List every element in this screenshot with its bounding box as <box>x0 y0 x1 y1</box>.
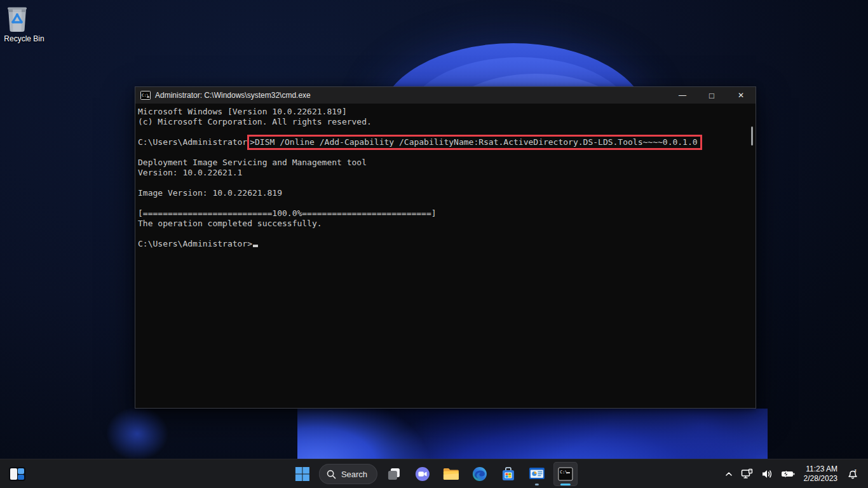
taskbar-cmd-button[interactable]: C:\ <box>553 462 578 486</box>
recycle-bin-icon <box>4 4 44 33</box>
taskbar-task-view-button[interactable] <box>382 462 406 486</box>
file-explorer-icon <box>443 467 459 481</box>
terminal-command-line: C:\Users\Administrator >DISM /Online /Ad… <box>138 137 747 147</box>
tray-clock[interactable]: 11:23 AM 2/28/2023 <box>800 464 841 484</box>
tray-volume-button[interactable] <box>759 462 776 486</box>
search-label: Search <box>341 470 367 479</box>
scrollbar-thumb[interactable] <box>751 126 753 146</box>
terminal-line: (c) Microsoft Corporation. All rights re… <box>138 117 747 127</box>
clock-time: 11:23 AM <box>804 464 837 474</box>
cmd-window: C:\ Administrator: C:\Windows\system32\c… <box>135 86 756 409</box>
cmd-titlebar[interactable]: C:\ Administrator: C:\Windows\system32\c… <box>135 87 756 104</box>
terminal-line: Image Version: 10.0.22621.819 <box>138 188 747 198</box>
taskbar-widgets-button[interactable] <box>5 462 29 486</box>
widgets-icon <box>9 467 25 481</box>
taskbar-search[interactable]: Search <box>319 464 377 484</box>
chevron-up-icon <box>724 470 733 478</box>
cmd-app-icon: C:\ <box>140 91 151 100</box>
highlight-annotation-box: >DISM /Online /Add-Capability /Capabilit… <box>247 135 702 150</box>
active-app-indicator <box>560 484 571 485</box>
tray-hidden-icons-button[interactable] <box>722 462 736 486</box>
cmd-icon: C:\ <box>558 467 573 481</box>
wallpaper-bloom-bottom <box>297 409 768 459</box>
taskbar: Search <box>0 459 868 488</box>
taskbar-file-explorer-button[interactable] <box>439 462 463 486</box>
tray-battery-button[interactable] <box>778 462 797 486</box>
svg-text:C:\: C:\ <box>142 93 149 97</box>
terminal-line: Version: 10.0.22621.1 <box>138 168 747 178</box>
svg-text:C:\: C:\ <box>560 470 568 475</box>
volume-icon <box>761 469 773 479</box>
taskbar-chat-button[interactable] <box>410 462 435 486</box>
do-not-disturb-bell-icon: z <box>846 468 859 480</box>
recycle-bin-label: Recycle Bin <box>4 34 44 43</box>
taskbar-server-manager-button[interactable] <box>525 462 549 486</box>
text-cursor <box>253 245 258 247</box>
terminal-line: The operation completed successfully. <box>138 219 747 229</box>
taskbar-start-button[interactable] <box>290 462 315 486</box>
svg-text:z: z <box>854 468 857 473</box>
progress-bar-line: [==========================100.0%=======… <box>138 208 747 219</box>
chat-icon <box>415 466 430 482</box>
window-title: Administrator: C:\Windows\system32\cmd.e… <box>155 91 668 100</box>
terminal-output[interactable]: Microsoft Windows [Version 10.0.22621.81… <box>135 104 756 409</box>
tray-notifications-button[interactable]: z <box>844 462 862 486</box>
running-app-indicator <box>535 484 539 485</box>
edge-icon <box>472 466 487 482</box>
search-icon <box>327 470 336 479</box>
tray-network-button[interactable] <box>738 462 756 486</box>
terminal-prompt-line: C:\Users\Administrator> <box>138 239 747 249</box>
prompt-text: C:\Users\Administrator <box>138 137 247 147</box>
terminal-line: Microsoft Windows [Version 10.0.22621.81… <box>138 107 747 117</box>
taskbar-store-button[interactable] <box>496 462 520 486</box>
close-button[interactable]: ✕ <box>726 87 756 104</box>
recycle-bin-shortcut[interactable]: Recycle Bin <box>4 4 44 43</box>
store-icon <box>501 466 516 482</box>
task-view-icon <box>386 466 402 482</box>
desktop: Recycle Bin C:\ Administrator: C:\Window… <box>0 0 868 488</box>
clock-date: 2/28/2023 <box>804 474 837 484</box>
terminal-scrollbar[interactable] <box>749 106 754 405</box>
minimize-button[interactable]: — <box>668 87 697 104</box>
terminal-line: Deployment Image Servicing and Managemen… <box>138 158 747 168</box>
taskbar-edge-button[interactable] <box>468 462 492 486</box>
maximize-button[interactable]: □ <box>697 87 726 104</box>
ethernet-icon <box>741 468 754 480</box>
server-manager-icon <box>529 467 545 481</box>
battery-charging-icon <box>781 470 795 478</box>
start-icon <box>295 466 310 482</box>
